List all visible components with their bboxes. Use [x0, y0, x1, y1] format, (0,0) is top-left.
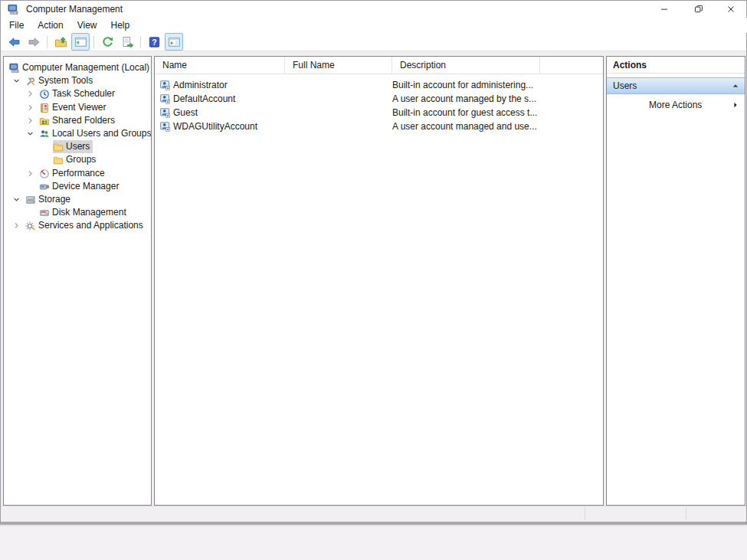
- user-account-icon: [160, 80, 170, 90]
- tree-item-label: Disk Management: [52, 207, 129, 218]
- taskbar: 1 Search ENG SV 21:17 2024-09-13 PRE: [0, 526, 747, 560]
- tree-item-groups[interactable]: Groups: [4, 153, 151, 166]
- actions-group-users[interactable]: Users: [607, 77, 745, 94]
- cell-name: WDAGUtilityAccount: [155, 121, 285, 132]
- table-row-defaultaccount[interactable]: DefaultAccountA user account managed by …: [155, 92, 603, 106]
- show-action-pane-button[interactable]: [165, 33, 183, 51]
- tree-node[interactable]: Event Viewer: [39, 101, 108, 114]
- tree-item-device-manager[interactable]: Device Manager: [4, 180, 151, 193]
- computer-management-icon: [8, 4, 19, 15]
- close-button[interactable]: [719, 1, 742, 18]
- restore-button[interactable]: [687, 1, 710, 18]
- tree-item-performance[interactable]: Performance: [4, 167, 151, 180]
- forward-button[interactable]: [25, 33, 43, 51]
- tree-expanded-icon[interactable]: [25, 129, 35, 139]
- tree-collapsed-icon[interactable]: [25, 89, 35, 99]
- tree-item-storage[interactable]: Storage: [4, 193, 151, 206]
- users-list-pane: NameFull NameDescription AdministratorBu…: [154, 56, 604, 506]
- column-header-filler: [540, 57, 603, 74]
- cell-description: Built-in account for administering...: [392, 80, 540, 90]
- column-header-name[interactable]: Name: [155, 57, 285, 74]
- user-account-icon: [160, 94, 170, 104]
- tree-item-disk-management[interactable]: Disk Management: [4, 206, 151, 219]
- tree-item-label: Local Users and Groups: [52, 128, 152, 139]
- toolbar: ?: [1, 33, 746, 51]
- tree-node[interactable]: Shared Folders: [39, 114, 117, 127]
- shared-folders-icon: [39, 116, 50, 126]
- svg-text:?: ?: [152, 38, 156, 47]
- tree-collapsed-icon[interactable]: [25, 169, 35, 178]
- table-row-guest[interactable]: GuestBuilt-in account for guest access t…: [155, 106, 603, 120]
- menu-file[interactable]: File: [2, 18, 31, 33]
- computer-management-window: Computer Management FileActionViewHelp ?…: [0, 0, 747, 525]
- user-account-icon: [160, 108, 170, 118]
- refresh-button[interactable]: [98, 33, 116, 51]
- minimize-icon: [659, 4, 670, 15]
- toolbar-separator: [93, 36, 94, 48]
- menu-view[interactable]: View: [70, 18, 104, 33]
- more-actions-label: More Actions: [649, 100, 732, 110]
- show-console-tree-icon: [74, 36, 87, 48]
- up-one-level-icon: [54, 36, 67, 48]
- tree-node[interactable]: Performance: [39, 167, 107, 180]
- export-list-button[interactable]: [118, 33, 136, 51]
- titlebar: Computer Management: [1, 1, 746, 18]
- tree-item-label: System Tools: [38, 75, 95, 87]
- menubar: FileActionViewHelp: [1, 18, 747, 33]
- user-name: WDAGUtilityAccount: [173, 121, 257, 132]
- tree-node[interactable]: Task Scheduler: [39, 87, 117, 100]
- tree-item-services-and-applications[interactable]: Services and Applications: [4, 219, 151, 232]
- toolbar-separator: [140, 36, 141, 48]
- tree-item-users[interactable]: Users: [4, 140, 151, 153]
- tree-expanded-icon[interactable]: [11, 195, 21, 205]
- column-header-description[interactable]: Description: [392, 57, 540, 74]
- task-scheduler-icon: [39, 89, 50, 100]
- tree-node[interactable]: Local Users and Groups: [39, 127, 152, 140]
- system-tools-icon: [25, 76, 36, 87]
- menu-help[interactable]: Help: [104, 18, 137, 33]
- window-title: Computer Management: [26, 4, 123, 15]
- minimize-button[interactable]: [653, 1, 676, 18]
- collapse-icon: [732, 82, 739, 90]
- table-row-wdagutilityaccount[interactable]: WDAGUtilityAccountA user account managed…: [155, 120, 603, 133]
- back-button[interactable]: [5, 33, 23, 51]
- cell-description: A user account managed and use...: [392, 121, 540, 132]
- actions-pane: Actions Users More Actions: [606, 56, 745, 506]
- actions-pane-title: Actions: [607, 57, 745, 74]
- tree-item-local-users-and-groups[interactable]: Local Users and Groups: [4, 127, 151, 140]
- local-users-groups-icon: [39, 129, 50, 139]
- tree-node[interactable]: Storage: [25, 193, 73, 206]
- close-icon: [726, 4, 736, 15]
- tree-item-task-scheduler[interactable]: Task Scheduler: [4, 87, 151, 100]
- table-row-administrator[interactable]: AdministratorBuilt-in account for admini…: [155, 78, 603, 92]
- tree-item-label: Users: [66, 141, 93, 152]
- device-manager-icon: [39, 182, 50, 192]
- user-name: DefaultAccount: [173, 93, 235, 104]
- tree-node[interactable]: Device Manager: [39, 180, 121, 193]
- tree-node[interactable]: Groups: [53, 153, 98, 166]
- show-console-tree-button[interactable]: [71, 33, 90, 51]
- help-button[interactable]: ?: [145, 33, 163, 51]
- event-viewer-icon: [39, 103, 50, 113]
- tree-item-shared-folders[interactable]: Shared Folders: [4, 114, 151, 127]
- tree-item-label: Storage: [38, 194, 73, 205]
- tree-node[interactable]: Disk Management: [39, 206, 129, 219]
- tree-node[interactable]: System Tools: [25, 74, 95, 87]
- tree-item-event-viewer[interactable]: Event Viewer: [4, 101, 151, 114]
- tree-item-label: Device Manager: [52, 181, 121, 192]
- tree-collapsed-icon[interactable]: [25, 103, 35, 113]
- tree-item-computer-management-local[interactable]: Computer Management (Local): [4, 61, 151, 74]
- tree-node[interactable]: Computer Management (Local): [9, 61, 152, 74]
- cell-name: Guest: [155, 107, 285, 118]
- tree-item-label: Services and Applications: [38, 220, 146, 231]
- tree-node[interactable]: Users: [53, 140, 93, 153]
- tree-collapsed-icon[interactable]: [25, 116, 35, 126]
- menu-action[interactable]: Action: [31, 18, 70, 33]
- tree-item-system-tools[interactable]: System Tools: [4, 74, 151, 87]
- tree-expanded-icon[interactable]: [11, 76, 21, 86]
- column-header-full-name[interactable]: Full Name: [285, 57, 392, 74]
- tree-node[interactable]: Services and Applications: [25, 219, 146, 232]
- tree-collapsed-icon[interactable]: [11, 221, 21, 231]
- up-one-level-button[interactable]: [51, 33, 70, 51]
- more-actions-button[interactable]: More Actions: [607, 97, 745, 113]
